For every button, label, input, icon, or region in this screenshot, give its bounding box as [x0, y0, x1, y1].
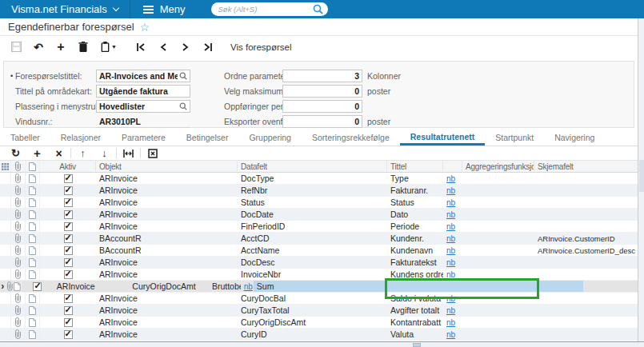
go-first-button[interactable]	[130, 38, 152, 56]
row-note-cell[interactable]	[26, 329, 40, 340]
nb-language-link[interactable]: nb	[446, 198, 455, 207]
paperclip-icon[interactable]	[14, 185, 22, 195]
tittel-cell[interactable]: Saldo i valuta	[387, 293, 443, 304]
datafelt-cell[interactable]: InvoiceNbr	[238, 269, 387, 280]
aggregeringsfunksjon-cell[interactable]	[462, 185, 534, 196]
objekt-cell[interactable]: ARInvoice	[96, 317, 238, 328]
aggregeringsfunksjon-cell[interactable]	[462, 209, 534, 220]
skjemafelt-cell[interactable]: ARInvoice.CustomerID	[534, 233, 635, 244]
row-note-cell[interactable]	[26, 185, 40, 196]
tab-relasjoner[interactable]: Relasjoner	[50, 130, 111, 146]
delete-record-button[interactable]	[72, 38, 94, 56]
aggregeringsfunksjon-cell[interactable]	[462, 233, 534, 244]
row-note-cell[interactable]	[26, 293, 40, 304]
paperclip-icon[interactable]	[14, 257, 22, 267]
objekt-cell[interactable]: ARInvoice	[96, 197, 238, 208]
move-row-up-button[interactable]: ↑	[72, 147, 94, 160]
save-button[interactable]	[5, 38, 27, 56]
tab-gruppering[interactable]: Gruppering	[238, 130, 302, 146]
skjemafelt-cell[interactable]	[583, 281, 638, 292]
datafelt-cell[interactable]: DocDesc	[238, 257, 387, 268]
skjemafelt-cell[interactable]	[534, 173, 635, 184]
row-attachments-cell[interactable]	[11, 245, 26, 256]
paperclip-icon[interactable]	[14, 197, 22, 207]
aktiv-cell[interactable]	[40, 269, 96, 280]
tab-tabeller[interactable]: Tabeller	[0, 130, 50, 146]
objekt-cell[interactable]: ARInvoice	[96, 257, 238, 268]
datafelt-cell[interactable]: CuryTaxTotal	[238, 305, 387, 316]
favorite-star-icon[interactable]: ☆	[140, 22, 150, 33]
tittel-cell[interactable]: Avgifter totalt	[387, 305, 443, 316]
paperclip-icon[interactable]	[14, 269, 22, 279]
objekt-cell[interactable]: ARInvoice	[96, 269, 238, 280]
tittel-cell[interactable]: Fakturanr.	[387, 185, 443, 196]
meny-button[interactable]: Meny	[130, 0, 198, 18]
row-note-cell[interactable]	[26, 305, 40, 316]
table-row[interactable]: ARInvoiceStatusStatusnb	[0, 197, 638, 209]
clipboard-button[interactable]: ▼	[94, 38, 123, 56]
active-checkbox[interactable]	[64, 246, 73, 255]
aggregeringsfunksjon-cell[interactable]	[462, 293, 534, 304]
datafelt-cell[interactable]: Status	[238, 197, 387, 208]
table-row[interactable]: ARInvoiceCuryOrigDiscAmtKontantrabattnb	[0, 317, 638, 329]
row-attachments-cell[interactable]	[11, 317, 26, 328]
aktiv-cell[interactable]	[40, 245, 96, 256]
aggregeringsfunksjon-cell[interactable]	[462, 269, 534, 280]
active-checkbox[interactable]	[64, 330, 73, 339]
row-attachments-cell[interactable]	[11, 233, 26, 244]
field-input[interactable]: Utgående faktura	[96, 85, 190, 98]
table-row[interactable]: ARInvoiceDocDateDatonb	[0, 209, 638, 221]
tittel-cell[interactable]: Type	[387, 173, 443, 184]
column-header-datafelt[interactable]: Datafelt	[238, 161, 387, 172]
paperclip-icon[interactable]	[14, 174, 22, 183]
tittel-cell[interactable]: Kundenavn	[387, 245, 443, 256]
nb-language-link[interactable]: nb	[446, 186, 455, 195]
tittel-cell[interactable]: Periode	[387, 221, 443, 232]
tab-parametere[interactable]: Parametere	[111, 130, 176, 146]
row-attachments-cell[interactable]	[11, 305, 26, 316]
active-checkbox[interactable]	[64, 198, 73, 207]
objekt-cell[interactable]: ARInvoice	[96, 293, 238, 304]
fit-columns-button[interactable]	[118, 147, 139, 160]
column-header-aggregeringsfunksjon[interactable]: Aggregeringsfunksjon	[462, 161, 534, 172]
paperclip-icon[interactable]	[14, 329, 22, 339]
column-header-skjemafelt[interactable]: Skjemafelt	[534, 161, 635, 172]
note-icon[interactable]	[29, 186, 36, 195]
field-input[interactable]: AR-Invoices and Memos	[96, 70, 190, 82]
paperclip-icon[interactable]	[14, 221, 22, 231]
tittel-cell[interactable]: Kontantrabatt	[387, 317, 443, 328]
skjemafelt-cell[interactable]: ARInvoice.CustomerID_description	[534, 245, 635, 256]
vertical-scrollbar-thumb[interactable]	[639, 160, 644, 192]
field-input[interactable]: AR3010PL	[96, 115, 190, 128]
row-attachments-cell[interactable]	[11, 197, 26, 208]
active-checkbox[interactable]	[64, 306, 73, 315]
objekt-cell[interactable]: BAccountR	[96, 233, 238, 244]
table-row[interactable]: ARInvoiceInvoiceNbrKundens ordrenr.nb	[0, 269, 638, 281]
skjemafelt-cell[interactable]	[534, 185, 635, 196]
search-icon[interactable]	[313, 4, 323, 14]
objekt-cell[interactable]: ARInvoice	[96, 329, 238, 340]
datafelt-cell[interactable]: AcctCD	[238, 233, 387, 244]
row-attachments-cell[interactable]	[11, 185, 26, 196]
skjemafelt-cell[interactable]	[534, 317, 635, 328]
skjemafelt-cell[interactable]	[534, 209, 635, 220]
row-note-cell[interactable]	[26, 269, 40, 280]
objekt-cell[interactable]: ARInvoice	[54, 281, 130, 292]
aktiv-cell[interactable]	[22, 281, 54, 292]
tab-betingelser[interactable]: Betingelser	[176, 130, 239, 146]
table-row[interactable]: ARInvoiceDocTypeTypenb	[0, 173, 638, 185]
objekt-cell[interactable]: ARInvoice	[96, 185, 238, 196]
row-note-cell[interactable]	[26, 173, 40, 184]
row-note-cell[interactable]	[26, 221, 40, 232]
skjemafelt-cell[interactable]	[534, 305, 635, 316]
nb-language-link[interactable]: nb	[244, 282, 253, 291]
note-icon[interactable]	[29, 330, 36, 339]
active-checkbox[interactable]	[64, 318, 73, 327]
table-row[interactable]: BAccountRAcctNameKundenavnnbARInvoice.Cu…	[0, 245, 638, 257]
nb-language-link[interactable]: nb	[446, 246, 455, 255]
table-row[interactable]: ARInvoiceRefNbrFakturanr.nb	[0, 185, 638, 197]
table-row[interactable]: ARInvoiceFinPeriodIDPeriodenb	[0, 221, 638, 233]
note-icon[interactable]	[29, 306, 36, 315]
table-row[interactable]: ›ARInvoiceCuryOrigDocAmtBruttobeløpnbSum	[0, 281, 638, 293]
active-checkbox[interactable]	[64, 270, 73, 279]
